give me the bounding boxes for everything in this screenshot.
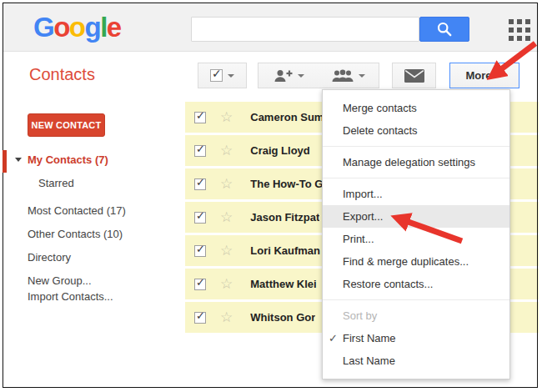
menu-separator — [323, 178, 509, 178]
menu-item-label: Manage delegation settings — [343, 156, 475, 168]
menu-header-sort-by: Sort by — [323, 304, 509, 327]
menu-item-label: Merge contacts — [343, 102, 417, 114]
row-checkbox[interactable] — [194, 145, 206, 157]
sidebar-item-label: Other Contacts (10) — [28, 228, 123, 240]
logo-letter: o — [53, 12, 69, 43]
star-icon[interactable]: ☆ — [220, 210, 233, 224]
sidebar-item-import-contacts[interactable]: Import Contacts... — [28, 290, 113, 304]
topbar: Google — [3, 3, 539, 52]
menu-item-label: Print... — [343, 233, 374, 245]
sidebar-item-my-contacts-7[interactable]: My Contacts (7) — [28, 153, 108, 167]
email-button[interactable] — [392, 63, 436, 88]
row-checkbox[interactable] — [194, 212, 206, 224]
logo-letter: g — [85, 12, 101, 43]
person-add-icon — [274, 69, 293, 83]
sidebar-item-label: Import Contacts... — [28, 290, 113, 303]
sidebar-item-label: New Group... — [28, 274, 92, 287]
new-contact-button[interactable]: NEW CONTACT — [28, 113, 105, 137]
google-logo: Google — [33, 11, 121, 44]
menu-item-label: Export... — [343, 210, 383, 223]
select-all-button[interactable] — [198, 63, 247, 88]
star-icon[interactable]: ☆ — [220, 143, 233, 158]
contact-name: Jason Fitzpat — [250, 211, 319, 224]
star-icon[interactable]: ☆ — [220, 177, 233, 191]
search-input[interactable] — [191, 17, 419, 42]
contact-name: Cameron Sum — [250, 111, 324, 123]
sidebar-item-starred[interactable]: Starred — [38, 177, 74, 190]
search-button[interactable] — [419, 17, 469, 42]
menu-item-merge-contacts[interactable]: Merge contacts — [323, 97, 509, 119]
chevron-down-icon — [359, 74, 365, 78]
row-checkbox[interactable] — [194, 178, 206, 190]
menu-item-label: First Name — [343, 332, 396, 344]
triangle-down-icon — [15, 158, 22, 162]
sidebar-item-directory[interactable]: Directory — [28, 251, 71, 264]
more-button[interactable]: More — [449, 63, 519, 88]
menu-item-print[interactable]: Print... — [323, 228, 509, 250]
star-icon[interactable]: ☆ — [220, 310, 233, 324]
sidebar-item-label: Most Contacted (17) — [28, 204, 126, 217]
chevron-down-icon — [228, 74, 234, 78]
groups-button[interactable] — [319, 63, 379, 88]
contact-name: The How-To G — [250, 178, 323, 190]
select-all-checkbox-icon — [210, 69, 223, 82]
menu-item-delete-contacts[interactable]: Delete contacts — [323, 119, 509, 142]
menu-item-import[interactable]: Import... — [323, 183, 509, 205]
contact-name: Whitson Gor — [250, 311, 315, 324]
menu-item-last-name[interactable]: Last Name — [323, 349, 509, 372]
star-icon[interactable]: ☆ — [220, 244, 233, 258]
envelope-icon — [404, 69, 424, 83]
menu-item-label: Find & merge duplicates... — [343, 255, 469, 268]
row-checkbox[interactable] — [194, 245, 206, 257]
menu-item-label: Restore contacts... — [343, 278, 433, 290]
menu-item-export[interactable]: Export... — [323, 205, 509, 228]
chevron-down-icon — [497, 74, 504, 78]
menu-item-manage-delegation-settings[interactable]: Manage delegation settings — [323, 151, 509, 173]
logo-letter: l — [100, 12, 107, 43]
sidebar-item-label: My Contacts (7) — [28, 153, 108, 166]
apps-grid-icon[interactable] — [509, 19, 530, 41]
search-icon — [436, 21, 453, 38]
row-checkbox[interactable] — [194, 312, 206, 324]
contact-name: Craig Lloyd — [250, 144, 310, 157]
groups-icon — [332, 69, 354, 83]
more-button-label: More — [465, 69, 491, 82]
menu-item-label: Delete contacts — [343, 124, 418, 137]
sidebar-item-new-group[interactable]: New Group... — [28, 274, 92, 288]
menu-item-label: Import... — [343, 188, 383, 200]
menu-item-restore-contacts[interactable]: Restore contacts... — [323, 273, 509, 295]
star-icon[interactable]: ☆ — [220, 110, 233, 124]
sidebar-item-other-contacts-10[interactable]: Other Contacts (10) — [28, 228, 123, 241]
more-dropdown-menu: Merge contactsDelete contactsManage dele… — [322, 89, 510, 379]
contact-name: Lori Kaufman — [250, 244, 320, 257]
page-title: Contacts — [29, 65, 95, 84]
sidebar-item-label: Directory — [28, 251, 71, 264]
sidebar-item-most-contacted-17[interactable]: Most Contacted (17) — [28, 204, 126, 218]
menu-item-find-merge-duplicates[interactable]: Find & merge duplicates... — [323, 250, 509, 273]
menu-separator — [323, 299, 509, 300]
menu-separator — [323, 146, 509, 147]
checkmark-icon: ✓ — [329, 327, 338, 349]
logo-letter: G — [33, 12, 53, 43]
star-icon[interactable]: ☆ — [220, 277, 233, 291]
sidebar-item-label: Starred — [38, 177, 74, 189]
logo-letter: o — [69, 12, 85, 43]
menu-item-label: Last Name — [343, 354, 395, 367]
contact-name: Matthew Klei — [250, 278, 316, 290]
row-checkbox[interactable] — [194, 112, 206, 123]
chevron-down-icon — [298, 74, 304, 78]
add-contact-button[interactable] — [258, 63, 319, 88]
selected-label-indicator — [3, 150, 7, 173]
logo-letter: e — [107, 12, 121, 43]
menu-item-first-name[interactable]: ✓First Name — [323, 327, 509, 349]
row-checkbox[interactable] — [194, 279, 206, 290]
